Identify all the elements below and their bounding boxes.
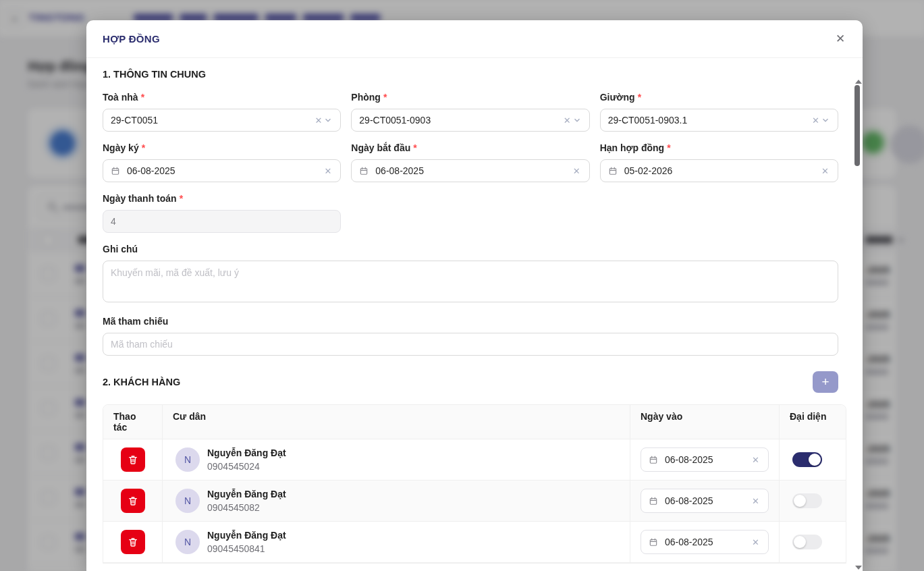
- avatar: N: [175, 530, 200, 554]
- delete-button[interactable]: [121, 447, 145, 472]
- modal-scrollbar[interactable]: [853, 80, 861, 570]
- avatar: N: [175, 447, 200, 472]
- clear-icon[interactable]: ✕: [752, 496, 759, 506]
- calendar-icon: [111, 166, 120, 175]
- scroll-up-icon[interactable]: [855, 80, 862, 84]
- required-asterisk: *: [383, 92, 387, 103]
- close-icon[interactable]: ✕: [833, 32, 848, 47]
- ref-code-input[interactable]: [103, 333, 838, 356]
- clear-icon[interactable]: ✕: [564, 115, 571, 126]
- building-select[interactable]: 29-CT0051 ✕: [103, 109, 341, 132]
- required-asterisk: *: [142, 142, 145, 153]
- resident-name: Nguyễn Đăng Đạt: [207, 487, 286, 501]
- start-date-picker[interactable]: 06-08-2025 ✕: [351, 159, 589, 182]
- trash-icon: [128, 495, 138, 506]
- resident-name: Nguyễn Đăng Đạt: [207, 446, 286, 460]
- col-header-resident: Cư dân: [163, 405, 630, 439]
- col-header-action: Thao tác: [103, 405, 163, 439]
- avatar: N: [175, 489, 200, 513]
- sign-date-label: Ngày ký: [103, 142, 139, 153]
- clear-icon[interactable]: ✕: [573, 166, 580, 176]
- add-customer-button[interactable]: +: [813, 371, 838, 393]
- representative-toggle[interactable]: [792, 493, 822, 508]
- representative-toggle[interactable]: [792, 535, 822, 549]
- section-general-title: 1. THÔNG TIN CHUNG: [103, 69, 838, 80]
- end-date-picker[interactable]: 05-02-2026 ✕: [600, 159, 838, 182]
- calendar-icon: [649, 455, 658, 464]
- clear-icon[interactable]: ✕: [812, 115, 819, 126]
- calendar-icon: [649, 537, 658, 547]
- resident-name: Nguyễn Đăng Đạt: [207, 528, 286, 542]
- note-textarea[interactable]: [103, 261, 838, 302]
- chevron-down-icon[interactable]: [323, 115, 333, 125]
- chevron-down-icon[interactable]: [821, 115, 830, 125]
- scrollbar-thumb[interactable]: [854, 85, 860, 166]
- start-date-label: Ngày bắt đầu: [351, 142, 410, 153]
- trash-icon: [128, 454, 138, 465]
- room-label: Phòng: [351, 92, 381, 103]
- chevron-down-icon[interactable]: [572, 115, 582, 125]
- table-row: N Nguyễn Đăng Đạt 0904545082 06-08-2025 …: [103, 481, 846, 522]
- end-date-label: Hạn hợp đồng: [600, 142, 665, 153]
- delete-button[interactable]: [121, 489, 145, 513]
- representative-toggle[interactable]: [792, 452, 822, 467]
- plus-icon: +: [821, 375, 829, 389]
- bed-label: Giường: [600, 92, 635, 103]
- table-row: N Nguyễn Đăng Đạt 0904545024 06-08-2025 …: [103, 439, 846, 481]
- contract-modal: HỢP ĐỒNG ✕ 1. THÔNG TIN CHUNG Toà nhà* 2…: [86, 20, 863, 571]
- resident-phone: 0904545024: [207, 460, 286, 473]
- delete-button[interactable]: [121, 530, 145, 554]
- calendar-icon: [649, 496, 658, 506]
- required-asterisk: *: [667, 142, 670, 153]
- resident-phone: 09045450841: [207, 542, 286, 555]
- required-asterisk: *: [180, 193, 183, 204]
- customers-table: Thao tác Cư dân Ngày vào Đại diện N Nguy…: [103, 404, 846, 564]
- trash-icon: [128, 537, 138, 547]
- ref-code-label: Mã tham chiếu: [103, 316, 838, 327]
- sign-date-picker[interactable]: 06-08-2025 ✕: [103, 159, 341, 182]
- calendar-icon: [359, 166, 369, 175]
- col-header-date-in: Ngày vào: [630, 405, 780, 439]
- clear-icon[interactable]: ✕: [324, 166, 331, 176]
- date-in-picker[interactable]: 06-08-2025 ✕: [641, 530, 769, 554]
- section-customers-title: 2. KHÁCH HÀNG: [103, 377, 180, 387]
- resident-phone: 0904545082: [207, 501, 286, 514]
- payment-day-input: 4: [103, 210, 341, 233]
- clear-icon[interactable]: ✕: [315, 115, 322, 126]
- bed-select[interactable]: 29-CT0051-0903.1 ✕: [600, 109, 838, 132]
- required-asterisk: *: [638, 92, 641, 103]
- clear-icon[interactable]: ✕: [821, 166, 829, 176]
- table-header-row: Thao tác Cư dân Ngày vào Đại diện: [103, 405, 846, 439]
- col-header-representative: Đại diện: [780, 405, 846, 439]
- payment-day-label: Ngày thanh toán: [103, 193, 177, 204]
- room-select[interactable]: 29-CT0051-0903 ✕: [351, 109, 589, 132]
- modal-header: HỢP ĐỒNG ✕: [86, 20, 863, 58]
- building-label: Toà nhà: [103, 92, 138, 103]
- clear-icon[interactable]: ✕: [752, 455, 759, 465]
- date-in-picker[interactable]: 06-08-2025 ✕: [641, 489, 769, 513]
- scroll-down-icon[interactable]: [855, 566, 862, 570]
- modal-title: HỢP ĐỒNG: [103, 33, 160, 45]
- required-asterisk: *: [413, 142, 416, 153]
- clear-icon[interactable]: ✕: [752, 537, 759, 547]
- required-asterisk: *: [141, 92, 144, 103]
- note-label: Ghi chú: [103, 244, 838, 254]
- table-row: N Nguyễn Đăng Đạt 09045450841 06-08-2025…: [103, 522, 846, 563]
- date-in-picker[interactable]: 06-08-2025 ✕: [641, 447, 769, 472]
- calendar-icon: [608, 166, 618, 175]
